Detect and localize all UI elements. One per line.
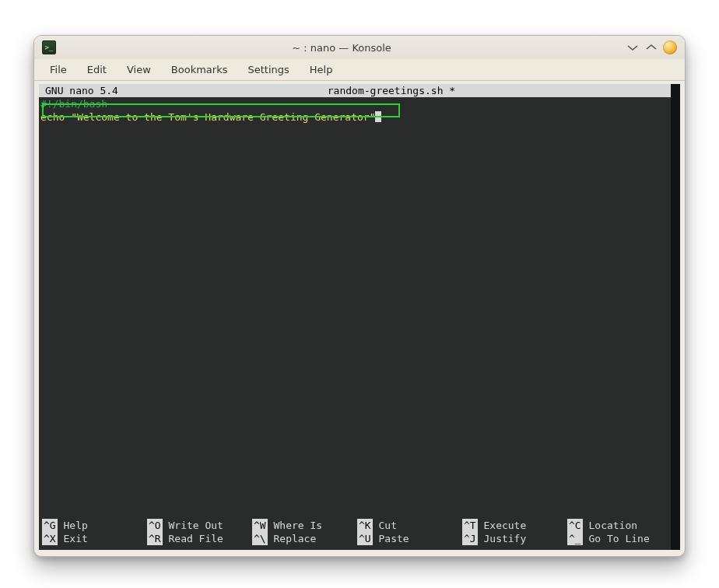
text-cursor: [375, 111, 381, 122]
nano-header: GNU nano 5.4 random-greetings.sh *: [39, 84, 671, 97]
titlebar[interactable]: ~ : nano — Konsole: [34, 36, 685, 59]
sc-paste: ^U Paste: [357, 532, 458, 545]
menu-file[interactable]: File: [40, 61, 76, 79]
menu-settings[interactable]: Settings: [238, 61, 298, 79]
sc-readfile: ^R Read File: [147, 532, 247, 545]
sc-whereis: ^W Where Is: [252, 519, 352, 532]
menu-help[interactable]: Help: [300, 61, 342, 79]
menu-view[interactable]: View: [117, 61, 160, 79]
sc-justify: ^J Justify: [462, 532, 563, 545]
sc-writeout: ^O Write Out: [147, 519, 247, 532]
minimize-button[interactable]: [626, 42, 640, 53]
editor-line-echo[interactable]: echo "Welcome to the Tom's Hardware Gree…: [39, 110, 671, 124]
nano-shortcuts: ^G Help ^O Write Out ^W Where Is ^K Cut …: [39, 519, 671, 545]
sc-execute: ^T Execute: [462, 519, 563, 532]
sc-exit: ^X Exit: [42, 532, 142, 545]
konsole-window: ~ : nano — Konsole File Edit View Bookma…: [33, 35, 686, 557]
terminal-icon: [42, 40, 56, 54]
terminal-area[interactable]: GNU nano 5.4 random-greetings.sh * #!/bi…: [39, 84, 680, 550]
nano-modified-flag: [665, 84, 671, 97]
close-button[interactable]: [663, 40, 677, 54]
editor-line-shebang[interactable]: #!/bin/bash: [39, 97, 671, 110]
sc-gotoline: ^_ Go To Line: [567, 532, 668, 545]
nano-filename: random-greetings.sh *: [118, 84, 665, 97]
sc-replace: ^\ Replace: [252, 532, 352, 545]
sc-cut: ^K Cut: [357, 519, 458, 532]
sc-location: ^C Location: [567, 519, 668, 532]
echo-text: echo "Welcome to the Tom's Hardware Gree…: [40, 111, 375, 123]
menubar: File Edit View Bookmarks Settings Help: [34, 59, 685, 81]
maximize-button[interactable]: [644, 42, 658, 53]
sc-help: ^G Help: [42, 519, 142, 532]
menu-edit[interactable]: Edit: [78, 61, 116, 79]
nano-app-name: GNU nano 5.4: [39, 84, 118, 97]
window-title: ~ : nano — Konsole: [62, 42, 621, 54]
menu-bookmarks[interactable]: Bookmarks: [162, 61, 237, 79]
